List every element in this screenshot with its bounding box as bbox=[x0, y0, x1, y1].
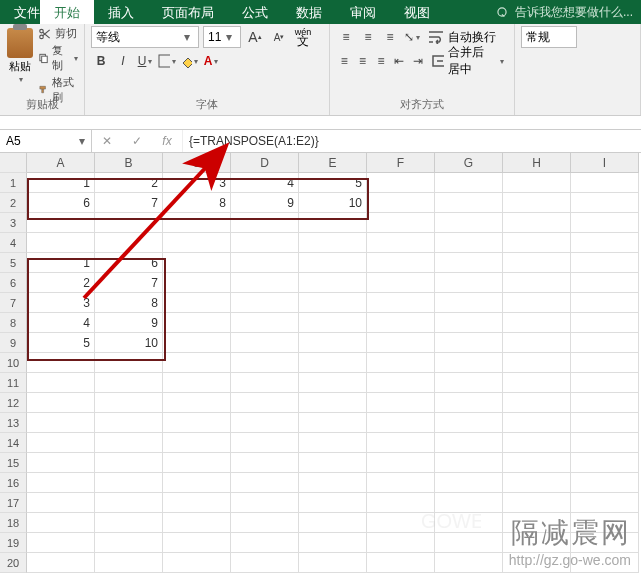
cell[interactable] bbox=[503, 173, 571, 193]
cell[interactable] bbox=[503, 233, 571, 253]
cell[interactable] bbox=[435, 393, 503, 413]
cell[interactable] bbox=[27, 533, 95, 553]
cell[interactable] bbox=[231, 253, 299, 273]
cell[interactable] bbox=[503, 213, 571, 233]
cell[interactable] bbox=[367, 193, 435, 213]
cell[interactable] bbox=[231, 493, 299, 513]
cell[interactable] bbox=[571, 353, 639, 373]
cell[interactable] bbox=[367, 233, 435, 253]
cell[interactable] bbox=[95, 513, 163, 533]
row-header[interactable]: 10 bbox=[0, 353, 27, 373]
cell[interactable] bbox=[95, 493, 163, 513]
cell[interactable] bbox=[299, 393, 367, 413]
cell[interactable] bbox=[163, 513, 231, 533]
cell[interactable] bbox=[571, 373, 639, 393]
cell[interactable] bbox=[299, 533, 367, 553]
accept-formula-button[interactable]: ✓ bbox=[122, 130, 152, 152]
cell[interactable] bbox=[27, 493, 95, 513]
cell[interactable] bbox=[503, 453, 571, 473]
cell[interactable]: 9 bbox=[95, 313, 163, 333]
cell[interactable] bbox=[231, 333, 299, 353]
cell[interactable] bbox=[571, 333, 639, 353]
border-button[interactable]: ▾ bbox=[157, 51, 177, 71]
cell[interactable]: 8 bbox=[163, 193, 231, 213]
cell[interactable] bbox=[367, 313, 435, 333]
align-right-button[interactable]: ≡ bbox=[373, 51, 389, 71]
cell[interactable] bbox=[367, 453, 435, 473]
cell[interactable] bbox=[231, 393, 299, 413]
cell[interactable] bbox=[163, 213, 231, 233]
column-header-H[interactable]: H bbox=[503, 153, 571, 173]
cell[interactable] bbox=[571, 293, 639, 313]
cell[interactable] bbox=[95, 553, 163, 573]
cell[interactable] bbox=[299, 273, 367, 293]
cell[interactable] bbox=[503, 273, 571, 293]
cell[interactable] bbox=[299, 473, 367, 493]
cell[interactable]: 2 bbox=[27, 273, 95, 293]
cell[interactable] bbox=[503, 393, 571, 413]
row-header[interactable]: 16 bbox=[0, 473, 27, 493]
column-header-B[interactable]: B bbox=[95, 153, 163, 173]
cell[interactable] bbox=[503, 413, 571, 433]
row-header[interactable]: 7 bbox=[0, 293, 27, 313]
cell[interactable] bbox=[231, 373, 299, 393]
cell[interactable] bbox=[299, 553, 367, 573]
cell[interactable] bbox=[367, 393, 435, 413]
row-header[interactable]: 12 bbox=[0, 393, 27, 413]
cell[interactable] bbox=[27, 393, 95, 413]
cell[interactable]: 7 bbox=[95, 273, 163, 293]
cell[interactable] bbox=[299, 333, 367, 353]
row-header[interactable]: 3 bbox=[0, 213, 27, 233]
cell[interactable] bbox=[435, 173, 503, 193]
cell[interactable] bbox=[299, 233, 367, 253]
cell[interactable] bbox=[367, 333, 435, 353]
cell[interactable]: 4 bbox=[27, 313, 95, 333]
cell[interactable] bbox=[231, 213, 299, 233]
cell[interactable] bbox=[367, 433, 435, 453]
cell[interactable]: 10 bbox=[95, 333, 163, 353]
cell[interactable]: 2 bbox=[95, 173, 163, 193]
cell[interactable]: 3 bbox=[27, 293, 95, 313]
row-header[interactable]: 8 bbox=[0, 313, 27, 333]
cell[interactable] bbox=[435, 353, 503, 373]
cell[interactable] bbox=[27, 233, 95, 253]
formula-bar[interactable]: {=TRANSPOSE(A1:E2)} bbox=[183, 130, 641, 152]
cell[interactable] bbox=[299, 513, 367, 533]
font-color-button[interactable]: A▾ bbox=[201, 51, 221, 71]
cell[interactable] bbox=[27, 373, 95, 393]
name-box[interactable]: A5▾ bbox=[0, 130, 91, 152]
cell[interactable] bbox=[503, 473, 571, 493]
row-header[interactable]: 19 bbox=[0, 533, 27, 553]
cell[interactable] bbox=[163, 433, 231, 453]
tab-formulas[interactable]: 公式 bbox=[228, 0, 282, 24]
cell[interactable] bbox=[27, 473, 95, 493]
cell[interactable] bbox=[503, 193, 571, 213]
cell[interactable] bbox=[435, 293, 503, 313]
cell[interactable]: 1 bbox=[27, 173, 95, 193]
cell[interactable] bbox=[163, 273, 231, 293]
cell[interactable] bbox=[95, 413, 163, 433]
row-header[interactable]: 6 bbox=[0, 273, 27, 293]
indent-dec-button[interactable]: ⇤ bbox=[391, 51, 407, 71]
cell[interactable] bbox=[231, 413, 299, 433]
cell[interactable]: 10 bbox=[299, 193, 367, 213]
row-header[interactable]: 18 bbox=[0, 513, 27, 533]
paste-button[interactable]: 粘贴 ▾ bbox=[6, 26, 34, 94]
cell[interactable] bbox=[299, 313, 367, 333]
row-header[interactable]: 17 bbox=[0, 493, 27, 513]
underline-button[interactable]: U▾ bbox=[135, 51, 155, 71]
cell[interactable] bbox=[231, 473, 299, 493]
cell[interactable] bbox=[299, 453, 367, 473]
cell[interactable]: 6 bbox=[95, 253, 163, 273]
merge-center-button[interactable]: 合并后居中▾ bbox=[428, 44, 508, 78]
cell[interactable] bbox=[435, 233, 503, 253]
align-left-button[interactable]: ≡ bbox=[336, 51, 352, 71]
cell[interactable] bbox=[367, 213, 435, 233]
row-header[interactable]: 2 bbox=[0, 193, 27, 213]
row-header[interactable]: 15 bbox=[0, 453, 27, 473]
align-middle-button[interactable]: ≡ bbox=[358, 27, 378, 47]
select-all-corner[interactable] bbox=[0, 153, 27, 173]
cell[interactable] bbox=[299, 433, 367, 453]
cell[interactable] bbox=[571, 453, 639, 473]
cell[interactable] bbox=[571, 193, 639, 213]
